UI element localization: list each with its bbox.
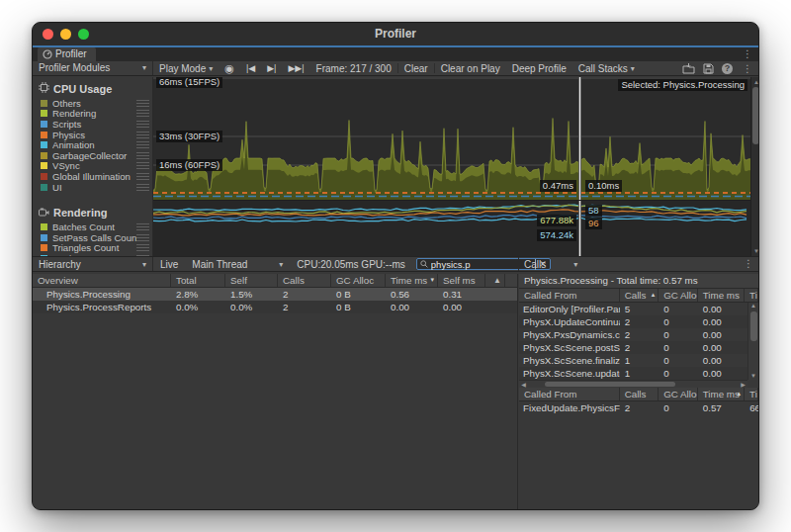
column-header-calls[interactable]: Calls (620, 388, 659, 400)
legend-item-triangles-count[interactable]: Triangles Count (33, 243, 152, 254)
tab-profiler[interactable]: Profiler (38, 47, 96, 61)
calls-menu-icon[interactable]: ⋮ (742, 257, 755, 271)
scrollbar-thumb[interactable] (545, 382, 675, 387)
play-mode-dropdown[interactable]: Play Mode ▾ (153, 63, 219, 74)
table-row[interactable]: PhysX.PxsDynamics.creat200.00 (519, 328, 758, 341)
drag-handle-icon[interactable] (136, 121, 149, 128)
column-header-total[interactable]: Total (171, 274, 225, 287)
help-icon[interactable]: ? (722, 63, 733, 74)
scroll-down-icon[interactable]: ▼ (751, 247, 759, 255)
record-button[interactable]: ◉ (219, 62, 240, 75)
legend-item-others[interactable]: Others (33, 98, 152, 109)
camera-icon (39, 207, 49, 219)
calls-vertical-scrollbar[interactable]: ▲ ▼ (747, 303, 758, 380)
hierarchy-view-dropdown[interactable]: Hierarchy ▾ (33, 257, 153, 271)
legend-item-global-illumination[interactable]: Global Illumination (33, 171, 152, 182)
tab-bar: Profiler ⋮ (33, 47, 758, 61)
chart-scrollbar-thumb[interactable] (752, 87, 759, 144)
drag-handle-icon[interactable] (136, 223, 149, 230)
current-frame-button[interactable]: ▶▶| (282, 63, 309, 73)
legend-label: Others (52, 98, 136, 109)
scroll-left-icon[interactable]: ◀ (519, 381, 528, 388)
column-header-overview[interactable]: Overview (33, 274, 171, 287)
column-header-time-ms[interactable]: Time ms▴ (698, 388, 745, 400)
module-header-cpu-usage[interactable]: CPU Usage (33, 80, 152, 98)
drag-handle-icon[interactable] (136, 132, 149, 138)
drag-handle-icon[interactable] (136, 162, 149, 169)
column-header-warnings[interactable]: ▲ (485, 274, 505, 287)
table-row[interactable]: PhysX.ScScene.updateCC100.00 (519, 367, 758, 380)
drag-handle-icon[interactable] (136, 244, 149, 251)
column-header-time-ms[interactable]: Time ms▾ (386, 274, 438, 287)
table-row[interactable]: Physics.Processing2.8%1.5%20 B0.560.31 (33, 288, 517, 301)
legend-item-rendering[interactable]: Rendering (33, 109, 152, 120)
live-toggle[interactable]: Live (153, 259, 185, 270)
legend-label: SetPass Calls Count (52, 232, 136, 243)
chart-area: 66ms (15FPS) 33ms (30FPS) 16ms (60FPS) S… (153, 77, 750, 256)
cell-gc-alloc: 0 (659, 354, 698, 367)
rendering-chart[interactable]: 5896677.88k574.24k (153, 200, 750, 256)
module-header-rendering[interactable]: Rendering (33, 205, 152, 222)
legend-item-physics[interactable]: Physics (33, 130, 152, 140)
column-header-self[interactable]: Self (225, 274, 278, 287)
table-row[interactable]: PhysX.ScScene.finalizatic100.00 (519, 354, 758, 367)
scroll-right-icon[interactable]: ▶ (739, 381, 747, 388)
call-stacks-dropdown[interactable]: Call Stacks ▾ (572, 63, 641, 74)
clear-button[interactable]: Clear (398, 63, 434, 74)
column-header-called-from[interactable]: Called From (519, 289, 620, 302)
legend-item-setpass-calls-count[interactable]: SetPass Calls Count (33, 232, 152, 243)
legend-item-animation[interactable]: Animation (33, 139, 152, 150)
color-swatch (41, 244, 47, 251)
legend-item-vsync[interactable]: VSync (33, 161, 152, 172)
column-header-self-ms[interactable]: Self ms (438, 274, 485, 287)
column-header-calls[interactable]: Calls (278, 274, 331, 287)
scrollbar-thumb[interactable] (750, 311, 757, 341)
legend-item-batches-count[interactable]: Batches Count (33, 222, 152, 232)
column-header-gc-alloc[interactable]: GC Alloc (331, 274, 386, 287)
frame-playhead[interactable] (578, 77, 581, 200)
column-header-ti[interactable]: Ti (745, 289, 758, 302)
scroll-up-icon[interactable]: ▲ (751, 78, 759, 86)
drag-handle-icon[interactable] (136, 141, 149, 148)
titlebar[interactable]: Profiler (33, 23, 758, 45)
column-header-called-from[interactable]: Called From (519, 388, 620, 400)
column-header-calls[interactable]: Calls▴ (620, 289, 659, 302)
cpu-usage-chart[interactable]: 66ms (15FPS) 33ms (30FPS) 16ms (60FPS) S… (153, 77, 750, 200)
drag-handle-icon[interactable] (136, 100, 149, 107)
drag-handle-icon[interactable] (136, 184, 149, 191)
column-header-ti[interactable]: Ti (745, 388, 758, 400)
profiler-modules-dropdown[interactable]: Profiler Modules ▾ (33, 61, 153, 75)
table-row[interactable]: Physics.ProcessReports0.0%0.0%20 B0.000.… (33, 301, 517, 313)
clear-on-play-toggle[interactable]: Clear on Play (435, 63, 506, 74)
calls-horizontal-scrollbar[interactable]: ◀ ▶ (519, 380, 747, 388)
deep-profile-toggle[interactable]: Deep Profile (506, 63, 572, 74)
column-header-gc-alloc[interactable]: GC Alloc (659, 388, 698, 400)
tab-menu-icon[interactable]: ⋮ (741, 47, 754, 61)
scroll-down-icon[interactable]: ▼ (748, 373, 758, 380)
column-header-gc-alloc[interactable]: GC Alloc (659, 289, 698, 302)
cell-ti: 66 (745, 401, 758, 414)
column-header-time-ms[interactable]: Time ms (698, 289, 745, 302)
drag-handle-icon[interactable] (136, 234, 149, 241)
legend-item-garbagecollector[interactable]: GarbageCollector (33, 150, 152, 161)
legend-item-ui[interactable]: UI (33, 182, 152, 193)
table-row[interactable]: FixedUpdate.PhysicsFixec200.5766 (519, 401, 758, 414)
calls-dropdown[interactable]: Calls ▾ (524, 259, 577, 270)
toolbar-menu-icon[interactable]: ⋮ (741, 62, 754, 76)
table-row[interactable]: EditorOnly [Profiler.ParseT500.00 (519, 303, 758, 315)
scroll-up-icon[interactable]: ▲ (748, 303, 758, 310)
previous-frame-button[interactable]: |◀ (240, 63, 261, 73)
legend-item-scripts[interactable]: Scripts (33, 119, 152, 130)
table-row[interactable]: PhysX.ScScene.postSolve200.00 (519, 341, 758, 354)
frame-playhead[interactable] (578, 201, 581, 256)
next-frame-button[interactable]: ▶| (261, 63, 282, 73)
table-row[interactable]: PhysX.UpdateContinuatio200.00 (519, 315, 758, 328)
drag-handle-icon[interactable] (136, 173, 149, 180)
load-profile-icon[interactable] (682, 63, 695, 74)
save-profile-icon[interactable] (703, 63, 714, 74)
drag-handle-icon[interactable] (136, 110, 149, 117)
drag-handle-icon[interactable] (136, 152, 149, 159)
thread-dropdown[interactable]: Main Thread ▾ (185, 259, 290, 270)
chart-scrollbar[interactable]: ▲ ▼ (750, 77, 759, 256)
calls-label: Calls (524, 259, 546, 270)
